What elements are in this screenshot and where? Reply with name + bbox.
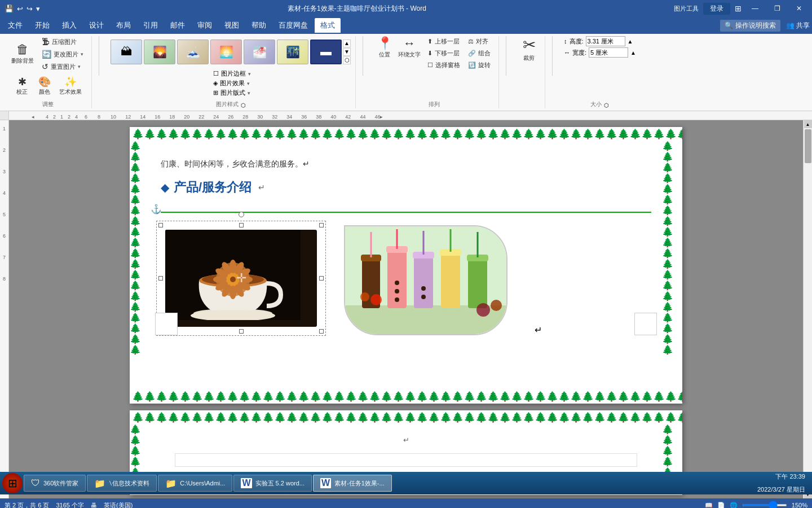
handle-bottom-right[interactable] bbox=[319, 329, 324, 334]
menu-design[interactable]: 设计 bbox=[83, 18, 109, 33]
dropdown-icon[interactable]: ▾ bbox=[36, 5, 40, 13]
size-expand-button[interactable]: ⬡ bbox=[604, 102, 609, 108]
menu-references[interactable]: 引用 bbox=[138, 18, 164, 33]
wrap-text-button[interactable]: ↔ 环绕文字 bbox=[396, 36, 423, 71]
style-swatch-7[interactable]: ▬ bbox=[310, 40, 342, 64]
align-button[interactable]: ⚖ 对齐 bbox=[465, 36, 494, 47]
send-backward-button[interactable]: ⬇ 下移一层 bbox=[424, 48, 464, 59]
scroll-up-button[interactable]: ▲ bbox=[804, 120, 812, 128]
taskbar-word-1[interactable]: W 实验五 5.2 word... bbox=[233, 475, 312, 492]
close-button[interactable]: ✕ bbox=[791, 3, 807, 14]
align-icon: ⚖ bbox=[468, 38, 474, 45]
ribbon-group-picture-styles: 🏔 🌄 🗻 🌅 🌁 🌃 ▬ bbox=[106, 36, 356, 108]
tree-border-bottom-1: 🌲🌲🌲🌲🌲🌲🌲🌲🌲🌲🌲🌲🌲🌲🌲🌲🌲🌲🌲🌲🌲🌲🌲🌲🌲🌲🌲🌲🌲🌲🌲🌲🌲🌲🌲🌲🌲🌲🌲🌲… bbox=[130, 389, 682, 404]
login-button[interactable]: 登录 bbox=[703, 3, 730, 15]
view-mode-web[interactable]: 🌐 bbox=[730, 502, 738, 509]
view-mode-print[interactable]: 📄 bbox=[717, 502, 725, 509]
height-stepper-up[interactable]: ▲ bbox=[628, 38, 633, 45]
handle-top-left[interactable] bbox=[158, 223, 163, 227]
svg-point-39 bbox=[370, 294, 382, 305]
drinks-image-container[interactable] bbox=[344, 225, 508, 335]
layout-icon[interactable]: ⊞ bbox=[735, 4, 742, 13]
style-swatch-3[interactable]: 🗻 bbox=[177, 40, 209, 64]
bring-forward-button[interactable]: ⬆ 上移一层 bbox=[424, 36, 464, 47]
reset-image-button[interactable]: ↺ 重置图片 ▾ bbox=[38, 61, 87, 72]
handle-top-right[interactable] bbox=[319, 223, 324, 227]
handle-middle-right[interactable] bbox=[319, 276, 324, 281]
handle-top-middle[interactable] bbox=[239, 223, 244, 227]
menu-review[interactable]: 审阅 bbox=[192, 18, 218, 33]
vertical-scrollbar[interactable]: ▲ ▼ bbox=[803, 120, 812, 498]
gallery-up-button[interactable]: ▲ bbox=[343, 40, 351, 47]
rotate-handle[interactable] bbox=[239, 212, 244, 217]
crop-button[interactable]: ✂ 裁剪 bbox=[518, 36, 540, 63]
gallery-more-button[interactable]: ⬡ bbox=[343, 56, 351, 64]
color-button[interactable]: 🎨 颜色 bbox=[34, 76, 55, 97]
picture-styles-expand[interactable]: ⬡ bbox=[241, 102, 246, 108]
save-icon[interactable]: 💾 bbox=[5, 5, 14, 13]
menu-file[interactable]: 文件 bbox=[2, 18, 28, 33]
start-button[interactable]: ⊞ bbox=[2, 473, 23, 493]
style-swatch-5[interactable]: 🌁 bbox=[244, 40, 275, 64]
menu-format[interactable]: 格式 bbox=[315, 18, 341, 33]
group-button[interactable]: 🔗 组合 bbox=[465, 48, 494, 59]
zoom-slider[interactable] bbox=[742, 504, 787, 506]
handle-middle-left[interactable] bbox=[158, 276, 163, 281]
corrections-button[interactable]: ✱ 校正 bbox=[12, 76, 32, 97]
selection-pane-button[interactable]: ☐ 选择窗格 bbox=[424, 60, 464, 71]
picture-effects-button[interactable]: ◈ 图片效果 ▾ bbox=[213, 79, 251, 87]
compress-image-button[interactable]: 🗜 压缩图片 bbox=[38, 36, 87, 47]
color-icon: 🎨 bbox=[38, 77, 51, 87]
style-swatch-4[interactable]: 🌅 bbox=[210, 40, 242, 64]
menu-view[interactable]: 视图 bbox=[219, 18, 245, 33]
ruler-vertical: 1 2 3 4 5 6 7 8 bbox=[0, 120, 9, 498]
adjust-buttons-row1: 🗑 删除背景 🗜 压缩图片 🔄 更改图片 ▾ ↺ 重置图片 ▾ bbox=[9, 36, 87, 72]
search-box[interactable]: 🔍 操作说明搜索 bbox=[720, 20, 780, 32]
handle-bottom-middle[interactable] bbox=[239, 329, 244, 334]
menu-baidu[interactable]: 百度网盘 bbox=[273, 18, 314, 33]
wrap-icon: ↔ bbox=[403, 37, 416, 50]
svg-point-46 bbox=[421, 295, 426, 299]
width-input[interactable] bbox=[589, 47, 628, 58]
coffee-image-container[interactable]: ✛ bbox=[161, 225, 321, 331]
remove-background-button[interactable]: 🗑 删除背景 bbox=[9, 42, 36, 66]
redo-icon[interactable]: ↪ bbox=[27, 5, 33, 13]
taskbar-explorer-1[interactable]: 📁 ∖信息技术资料 bbox=[87, 475, 157, 492]
style-swatch-6[interactable]: 🌃 bbox=[277, 40, 308, 64]
view-mode-read[interactable]: 📖 bbox=[705, 502, 713, 509]
change-image-button[interactable]: 🔄 更改图片 ▾ bbox=[38, 49, 87, 60]
menu-mailings[interactable]: 邮件 bbox=[165, 18, 191, 33]
picture-layout-button[interactable]: ⊞ 图片版式 ▾ bbox=[213, 89, 251, 97]
style-swatch-2[interactable]: 🌄 bbox=[144, 40, 175, 64]
menu-home[interactable]: 开始 bbox=[29, 18, 55, 33]
zoom-level: 150% bbox=[792, 502, 807, 508]
undo-icon[interactable]: ↩ bbox=[17, 5, 23, 13]
rotate-button[interactable]: 🔃 旋转 bbox=[465, 60, 494, 71]
position-button[interactable]: 📍 位置 bbox=[374, 36, 395, 71]
artistic-effects-button[interactable]: ✨ 艺术效果 bbox=[57, 76, 84, 97]
menu-help[interactable]: 帮助 bbox=[246, 18, 272, 33]
section-title: 产品/服务介绍 bbox=[174, 179, 251, 196]
menu-layout[interactable]: 布局 bbox=[111, 18, 136, 33]
gallery-nav[interactable]: ▲ ▼ ⬡ bbox=[343, 40, 351, 64]
pic-tools-label: 图片工具 bbox=[674, 5, 699, 13]
taskbar-word-2[interactable]: W 素材-任务1效果-... bbox=[313, 475, 392, 492]
taskbar-right: 下午 23:39 2022/3/27 星期日 bbox=[757, 472, 810, 494]
style-swatch-1[interactable]: 🏔 bbox=[111, 40, 142, 64]
height-input[interactable] bbox=[586, 36, 625, 46]
width-stepper-up[interactable]: ▲ bbox=[630, 50, 636, 56]
ruler-area: ◂ 4 2 1 2 4 6 8 10 12 14 16 18 20 22 24 … bbox=[0, 111, 812, 120]
menu-insert[interactable]: 插入 bbox=[56, 18, 82, 33]
minimize-button[interactable]: — bbox=[746, 3, 764, 14]
share-button[interactable]: 👥 共享 bbox=[786, 21, 810, 30]
restore-button[interactable]: ❐ bbox=[769, 3, 786, 14]
document-area[interactable]: 🌲🌲🌲🌲🌲🌲🌲🌲🌲🌲🌲🌲🌲🌲🌲🌲🌲🌲🌲🌲🌲🌲🌲🌲🌲🌲🌲🌲🌲🌲🌲🌲🌲🌲🌲🌲🌲🌲🌲🌲… bbox=[9, 120, 803, 498]
taskbar-360[interactable]: 🛡 360软件管家 bbox=[24, 475, 86, 492]
gallery-down-button[interactable]: ▼ bbox=[343, 48, 351, 56]
picture-border-button[interactable]: ☐ 图片边框 ▾ bbox=[213, 69, 251, 78]
divider-1 bbox=[99, 36, 99, 76]
taskbar-explorer-2[interactable]: 📁 C:\Users\Admi... bbox=[158, 475, 232, 492]
quick-access-toolbar[interactable]: 💾 ↩ ↪ ▾ bbox=[5, 5, 40, 13]
scroll-thumb[interactable] bbox=[805, 129, 811, 163]
text-input-line[interactable] bbox=[175, 453, 637, 467]
